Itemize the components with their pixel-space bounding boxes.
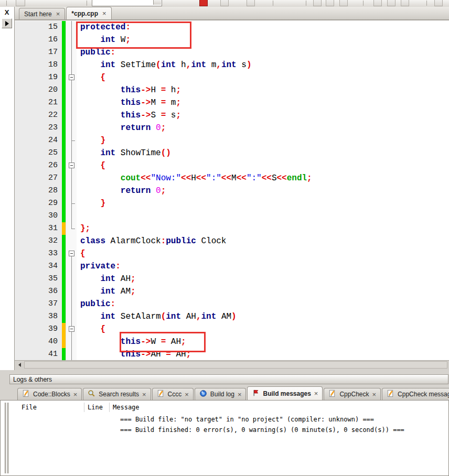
fold-margin-cell <box>66 247 77 260</box>
fold-margin-cell <box>66 336 77 348</box>
line-number: 37 <box>15 298 62 310</box>
fold-collapse-icon[interactable] <box>69 74 74 80</box>
toolbar-button-fragment[interactable] <box>16 0 25 6</box>
column-header-file[interactable]: File <box>11 403 84 412</box>
close-icon[interactable]: × <box>238 391 242 398</box>
dock-expand-button[interactable] <box>2 18 12 28</box>
close-icon[interactable]: × <box>73 391 78 398</box>
tab-label: Build messages <box>263 390 311 397</box>
tab-cpp-cpp[interactable]: *cpp.cpp × <box>66 7 111 19</box>
code-text: } <box>77 134 449 147</box>
dock-close-button[interactable]: X <box>2 8 12 17</box>
toolbar-button-fragment[interactable] <box>247 0 255 6</box>
table-row[interactable]: === Build finished: 0 error(s), 0 warnin… <box>11 425 448 435</box>
code-line: 21 this->M = m; <box>15 96 449 109</box>
line-number: 39 <box>15 323 62 336</box>
logs-tab-cccc[interactable]: Cccc× <box>152 388 194 400</box>
line-number: 30 <box>15 210 62 222</box>
toolbar-separator <box>273 1 273 6</box>
line-number: 36 <box>15 285 62 298</box>
horizontal-scrollbar[interactable] <box>15 360 449 370</box>
toolbar-button-fragment[interactable] <box>434 0 443 6</box>
logs-tab-cppcheck[interactable]: CppCheck× <box>324 388 381 400</box>
fold-collapse-icon[interactable] <box>69 163 74 168</box>
line-number: 25 <box>15 147 62 159</box>
toolbar-separator <box>363 1 364 6</box>
pencil-page-icon <box>387 390 394 399</box>
toolbar-button-fragment[interactable] <box>313 0 322 6</box>
fold-collapse-icon[interactable] <box>69 251 74 256</box>
table-row[interactable]: === Build file: "no target" in "no proje… <box>11 414 448 425</box>
code-line: 23 return 0; <box>15 122 449 134</box>
change-marker-green <box>62 109 66 122</box>
column-header-message[interactable]: Message <box>110 403 448 412</box>
logs-tab-build-messages[interactable]: Build messages× <box>247 386 323 400</box>
logs-tabbar: Code::Blocks×Search results×Cccc×Build l… <box>0 385 449 400</box>
code-editor[interactable]: 15protected:16 int W;17public:18 int Set… <box>15 20 449 361</box>
line-number: 34 <box>15 260 62 273</box>
code-text: { <box>77 71 449 84</box>
toolbar-icon-fragment-red[interactable] <box>199 0 208 6</box>
fold-margin-cell <box>66 260 77 273</box>
code-line: 35 int AH; <box>15 273 449 285</box>
code-area: 15protected:16 int W;17public:18 int Set… <box>15 21 449 361</box>
fold-margin-cell <box>66 348 77 361</box>
scroll-left-button[interactable] <box>15 361 24 369</box>
code-text <box>77 210 449 222</box>
logs-tab-build-log[interactable]: Build log× <box>195 388 247 400</box>
logs-tab-code-blocks[interactable]: Code::Blocks× <box>17 388 82 400</box>
codeblocks-window: X Start here × *cpp.cpp × 15protected:16… <box>0 0 449 476</box>
line-number: 15 <box>15 21 62 34</box>
close-icon[interactable]: × <box>142 391 146 398</box>
code-text: int SetAlarm(int AH,int AM) <box>77 310 449 323</box>
column-header-line[interactable]: Line <box>84 403 110 412</box>
toolbar-button-fragment[interactable] <box>373 0 382 6</box>
close-icon[interactable]: × <box>185 391 189 398</box>
line-number: 40 <box>15 336 62 348</box>
combobox-dropdown-icon[interactable] <box>153 0 161 5</box>
change-marker-green <box>62 21 66 34</box>
code-line: 22 this->S = s; <box>15 109 449 122</box>
line-number: 35 <box>15 273 62 285</box>
close-icon[interactable]: × <box>314 390 318 397</box>
change-marker-green <box>62 185 66 197</box>
fold-margin-cell <box>66 310 77 323</box>
pencil-page-icon <box>22 390 30 399</box>
code-line: 38 int SetAlarm(int AH,int AM) <box>15 310 449 323</box>
logs-tab-search-results[interactable]: Search results× <box>83 388 151 400</box>
toolbar-button-fragment[interactable] <box>220 0 229 6</box>
fold-margin-cell <box>66 235 77 247</box>
build-messages-table: FileLineMessage === Build file: "no targ… <box>11 401 448 475</box>
line-number: 16 <box>15 34 62 46</box>
toolbar-button-fragment[interactable] <box>326 0 334 6</box>
line-number: 28 <box>15 185 62 197</box>
change-marker-green <box>62 159 66 172</box>
toolbar-button-fragment[interactable] <box>387 0 395 6</box>
code-line: 18 int SetTime(int h,int m,int s) <box>15 59 449 71</box>
management-dock-strip: X <box>0 7 15 370</box>
blue-ball-icon <box>199 390 207 399</box>
logs-caption[interactable]: Logs & others <box>9 374 448 384</box>
tab-start-here[interactable]: Start here × <box>19 8 65 19</box>
fold-collapse-icon[interactable] <box>69 326 74 332</box>
close-icon[interactable]: × <box>56 10 60 17</box>
close-icon[interactable]: × <box>372 391 376 398</box>
annotation-rectangle-highlight-protected-int-w <box>76 21 191 49</box>
toolbar-button-fragment[interactable] <box>401 0 409 6</box>
code-line: 26 { <box>15 159 449 172</box>
dock-grip-handle[interactable] <box>5 403 9 473</box>
compiler-target-combobox[interactable] <box>92 0 162 6</box>
close-icon[interactable]: × <box>102 10 106 17</box>
scrollbar-thumb[interactable] <box>24 361 447 369</box>
cell-msg: === Build file: "no target" in "no proje… <box>120 414 448 425</box>
tab-label: Build log <box>210 391 234 398</box>
toolbar-button-fragment[interactable] <box>339 0 348 6</box>
logs-tab-cppcheck-messages[interactable]: CppCheck messages <box>382 388 449 400</box>
code-text: { <box>77 247 449 260</box>
code-line: 31}; <box>15 222 449 235</box>
change-marker-yellow <box>62 222 66 235</box>
code-text: this->S = s; <box>77 109 449 122</box>
cell-file <box>11 414 95 425</box>
fold-margin-cell <box>66 222 77 235</box>
line-number: 18 <box>15 59 62 71</box>
